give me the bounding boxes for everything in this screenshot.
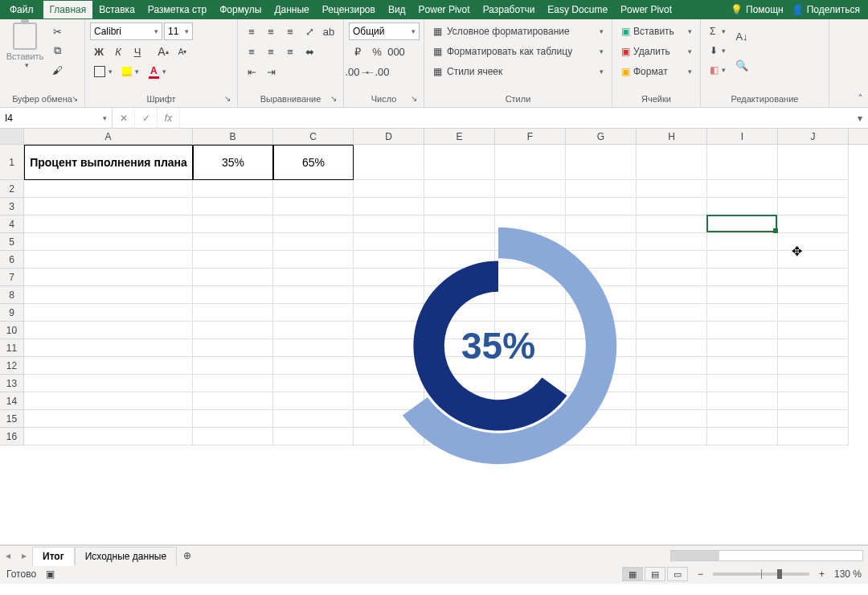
orientation-button[interactable]: ⤢ <box>301 23 318 40</box>
cell-I7[interactable] <box>707 269 778 286</box>
horizontal-scrollbar[interactable] <box>670 550 863 561</box>
align-top-button[interactable]: ≡ <box>243 23 260 40</box>
cell-I12[interactable] <box>707 357 778 375</box>
cell-B15[interactable] <box>193 410 273 428</box>
cell-C10[interactable] <box>273 322 354 339</box>
fill-color-button[interactable]: ▾ <box>118 63 143 80</box>
cell-C5[interactable] <box>273 233 354 251</box>
copy-button[interactable]: ⧉ <box>48 42 66 60</box>
align-right-button[interactable]: ≡ <box>281 43 299 60</box>
cell-B6[interactable] <box>193 251 273 269</box>
tell-me[interactable]: 💡 Помощн <box>731 4 784 15</box>
cell-A2[interactable] <box>24 180 193 198</box>
format-cells-button[interactable]: ▣ Формат▾ <box>617 63 696 80</box>
row-header[interactable]: 15 <box>0 410 24 428</box>
comma-button[interactable]: 000 <box>387 43 405 60</box>
cell-F2[interactable] <box>495 180 566 198</box>
cell-A13[interactable] <box>24 375 193 392</box>
cell-B13[interactable] <box>193 375 273 392</box>
sheet-tab-other[interactable]: Исходные данные <box>75 547 177 565</box>
conditional-formatting-button[interactable]: ▦ Условное форматирование ▾ <box>429 23 608 40</box>
tab-review[interactable]: Рецензиров <box>316 1 382 18</box>
tab-page-layout[interactable]: Разметка стр <box>141 1 213 18</box>
number-launcher[interactable]: ↘ <box>411 94 422 105</box>
cell-I6[interactable] <box>707 251 778 269</box>
cell-I8[interactable] <box>707 286 778 304</box>
decrease-decimal-button[interactable]: ←.00 <box>368 63 386 80</box>
cell-J9[interactable] <box>778 304 849 322</box>
tab-insert[interactable]: Вставка <box>92 1 141 18</box>
cell-J3[interactable] <box>778 198 849 215</box>
cell-F3[interactable] <box>495 198 566 215</box>
cell-A9[interactable] <box>24 304 193 322</box>
cell-I15[interactable] <box>707 410 778 428</box>
cell-A1[interactable]: Процент выполнения плана <box>24 145 193 180</box>
row-header[interactable]: 11 <box>0 339 24 357</box>
sheet-nav-prev[interactable]: ◂ <box>0 550 16 561</box>
cell-J8[interactable] <box>778 286 849 304</box>
clipboard-launcher[interactable]: ↘ <box>72 94 83 105</box>
share-button[interactable]: 👤 Поделиться <box>784 1 868 18</box>
cell-A14[interactable] <box>24 392 193 410</box>
autosum-button[interactable]: Σ▾ <box>706 23 730 40</box>
row-header[interactable]: 5 <box>0 233 24 251</box>
cell-C4[interactable] <box>273 215 354 233</box>
cell-E3[interactable] <box>424 198 495 215</box>
cell-B11[interactable] <box>193 339 273 357</box>
row-header[interactable]: 2 <box>0 180 24 198</box>
row-header[interactable]: 3 <box>0 198 24 215</box>
column-header-J[interactable]: J <box>778 129 849 144</box>
cell-B14[interactable] <box>193 392 273 410</box>
cell-J16[interactable] <box>778 428 849 445</box>
column-header-G[interactable]: G <box>566 129 637 144</box>
cell-I11[interactable] <box>707 339 778 357</box>
cell-A16[interactable] <box>24 428 193 445</box>
align-center-button[interactable]: ≡ <box>262 43 280 60</box>
view-page-break-button[interactable]: ▭ <box>667 567 688 581</box>
align-bottom-button[interactable]: ≡ <box>281 23 299 40</box>
font-launcher[interactable]: ↘ <box>224 94 235 105</box>
insert-cells-button[interactable]: ▣ Вставить▾ <box>617 23 696 40</box>
cell-G1[interactable] <box>566 145 637 180</box>
currency-button[interactable]: ₽ <box>349 43 366 60</box>
cell-J12[interactable] <box>778 357 849 375</box>
cell-C16[interactable] <box>273 428 354 445</box>
cell-D1[interactable] <box>354 145 424 180</box>
column-header-A[interactable]: A <box>24 129 193 144</box>
sort-filter-button[interactable]: A↓ <box>733 23 751 50</box>
view-normal-button[interactable]: ▦ <box>622 567 643 581</box>
borders-button[interactable]: ▾ <box>90 63 117 80</box>
italic-button[interactable]: К <box>109 43 127 60</box>
row-header[interactable]: 16 <box>0 428 24 445</box>
find-select-button[interactable]: 🔍 <box>733 51 751 79</box>
align-middle-button[interactable]: ≡ <box>262 23 280 40</box>
cell-A8[interactable] <box>24 286 193 304</box>
delete-cells-button[interactable]: ▣ Удалить▾ <box>617 43 696 60</box>
cell-C8[interactable] <box>273 286 354 304</box>
cell-A5[interactable] <box>24 233 193 251</box>
row-header[interactable]: 12 <box>0 357 24 375</box>
cell-H3[interactable] <box>637 198 707 215</box>
row-header[interactable]: 4 <box>0 215 24 233</box>
donut-chart[interactable]: 35% <box>346 217 651 474</box>
cell-J6[interactable] <box>778 251 849 269</box>
cell-C6[interactable] <box>273 251 354 269</box>
column-header-H[interactable]: H <box>637 129 707 144</box>
macro-record-icon[interactable]: ▣ <box>46 568 55 580</box>
font-name-combo[interactable]: Calibri▾ <box>90 23 162 40</box>
cell-C2[interactable] <box>273 180 354 198</box>
cell-B1[interactable]: 35% <box>193 145 273 180</box>
cancel-formula-button[interactable]: ✕ <box>113 108 135 128</box>
cell-B9[interactable] <box>193 304 273 322</box>
collapse-ribbon-button[interactable]: ˄ <box>858 92 863 105</box>
column-header-E[interactable]: E <box>424 129 495 144</box>
zoom-out-button[interactable]: − <box>698 568 703 580</box>
cell-C11[interactable] <box>273 339 354 357</box>
cell-J11[interactable] <box>778 339 849 357</box>
increase-indent-button[interactable]: ⇥ <box>262 63 280 80</box>
cell-C7[interactable] <box>273 269 354 286</box>
cell-J13[interactable] <box>778 375 849 392</box>
cell-B4[interactable] <box>193 215 273 233</box>
cell-F1[interactable] <box>495 145 566 180</box>
cell-B5[interactable] <box>193 233 273 251</box>
